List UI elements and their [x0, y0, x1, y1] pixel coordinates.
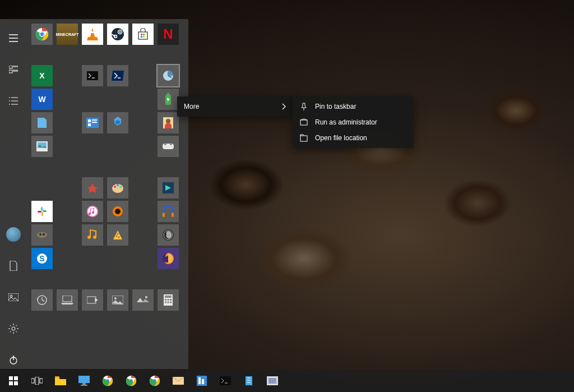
svg-rect-87: [81, 385, 87, 386]
tile-photo-app[interactable]: [31, 136, 53, 157]
svg-rect-85: [78, 376, 90, 383]
pictures-icon[interactable]: [4, 288, 22, 306]
svg-rect-18: [143, 36, 145, 38]
tile-tool[interactable]: [31, 224, 53, 246]
list-icon[interactable]: [4, 92, 22, 110]
tb-monitor[interactable]: [73, 370, 95, 392]
svg-rect-86: [82, 383, 86, 385]
power-icon[interactable]: [4, 351, 22, 369]
tile-excel[interactable]: X: [31, 65, 53, 86]
svg-point-48: [115, 209, 121, 214]
tb-explorer[interactable]: [49, 370, 72, 392]
tb-feature[interactable]: [238, 370, 260, 392]
tile-settings-app[interactable]: [107, 112, 128, 133]
svg-point-10: [40, 32, 44, 36]
tb-chrome2[interactable]: [120, 370, 142, 392]
tile-control-panel[interactable]: [82, 112, 103, 133]
svg-point-11: [112, 28, 124, 40]
tile-resource-monitor[interactable]: [158, 65, 179, 86]
tb-chrome1[interactable]: [96, 370, 119, 392]
ctx-pin-taskbar[interactable]: Pin to taskbar: [293, 99, 414, 114]
tile-person[interactable]: [158, 112, 179, 133]
svg-rect-49: [163, 213, 165, 217]
svg-text:S: S: [39, 254, 44, 263]
svg-rect-17: [141, 36, 142, 38]
svg-rect-78: [9, 376, 13, 380]
tile-battery[interactable]: [158, 89, 179, 110]
ctx-open-location[interactable]: Open file location: [293, 130, 414, 146]
svg-rect-74: [168, 302, 169, 303]
taskbar: [0, 370, 574, 392]
svg-rect-27: [92, 122, 97, 123]
tile-paint[interactable]: [107, 177, 128, 199]
svg-point-29: [166, 119, 170, 123]
svg-rect-96: [198, 377, 201, 384]
tb-mail[interactable]: [167, 370, 189, 392]
tile-slack[interactable]: [31, 201, 53, 222]
svg-point-45: [87, 206, 98, 217]
tb-process[interactable]: [191, 370, 213, 392]
svg-rect-82: [31, 379, 34, 383]
ctx-more[interactable]: More: [177, 99, 293, 114]
settings-icon[interactable]: [4, 320, 22, 338]
tile-skype[interactable]: S: [31, 248, 53, 269]
tile-powershell[interactable]: [107, 65, 128, 86]
tile-filmora[interactable]: [158, 177, 179, 199]
svg-rect-25: [88, 123, 91, 126]
tile-netflix[interactable]: N: [158, 24, 179, 45]
svg-rect-77: [300, 136, 307, 141]
tile-calculator[interactable]: [158, 289, 179, 311]
tile-app-orange[interactable]: [107, 201, 128, 222]
svg-rect-97: [202, 379, 204, 384]
tile-history[interactable]: [31, 289, 53, 311]
svg-rect-16: [143, 34, 145, 35]
chevron-right-icon: [281, 103, 286, 110]
svg-rect-43: [41, 212, 43, 216]
tile-photos[interactable]: [107, 289, 128, 311]
tile-audacity[interactable]: [158, 201, 179, 222]
tile-app-red[interactable]: [82, 177, 103, 199]
ctx-run-admin[interactable]: Run as administrator: [293, 114, 414, 130]
tile-steam[interactable]: [107, 24, 128, 45]
start-button[interactable]: [2, 370, 25, 392]
tile-laptop[interactable]: [57, 289, 78, 311]
ctx-more-label: More: [184, 103, 199, 110]
svg-rect-76: [300, 120, 307, 125]
tile-minecraft[interactable]: MINECRAFT: [57, 24, 78, 45]
tb-terminal[interactable]: [214, 370, 237, 392]
svg-point-34: [170, 143, 172, 145]
all-apps-icon[interactable]: [4, 61, 22, 79]
svg-point-53: [43, 233, 45, 236]
svg-rect-41: [41, 207, 43, 211]
tile-app-blue[interactable]: [31, 112, 53, 133]
task-view-button[interactable]: [26, 370, 48, 392]
svg-rect-22: [167, 93, 169, 95]
tile-itunes[interactable]: [82, 201, 103, 222]
tile-word[interactable]: W: [31, 89, 53, 110]
svg-rect-3: [13, 70, 18, 71]
tb-chrome3[interactable]: [144, 370, 166, 392]
svg-point-66: [114, 297, 117, 299]
tile-game-controller[interactable]: [158, 136, 179, 157]
svg-point-67: [145, 296, 147, 298]
svg-rect-26: [92, 119, 97, 121]
user-avatar[interactable]: [4, 225, 22, 243]
tile-firefox[interactable]: [158, 248, 179, 269]
tile-share[interactable]: [82, 289, 103, 311]
hamburger-icon[interactable]: [4, 29, 22, 47]
svg-rect-19: [87, 71, 98, 80]
svg-rect-44: [38, 211, 41, 213]
tb-app[interactable]: [261, 370, 284, 392]
documents-icon[interactable]: [4, 257, 22, 275]
tile-cmd[interactable]: [82, 65, 103, 86]
svg-point-54: [116, 236, 118, 237]
tile-vlc[interactable]: [82, 24, 103, 45]
tile-music[interactable]: [82, 224, 103, 246]
tile-pizza[interactable]: [107, 224, 128, 246]
tile-obs[interactable]: [158, 224, 179, 246]
tile-photos2[interactable]: [132, 289, 154, 311]
svg-point-55: [118, 237, 120, 238]
tile-chrome[interactable]: [31, 24, 53, 45]
svg-rect-75: [170, 302, 172, 303]
tile-store[interactable]: [132, 24, 154, 45]
